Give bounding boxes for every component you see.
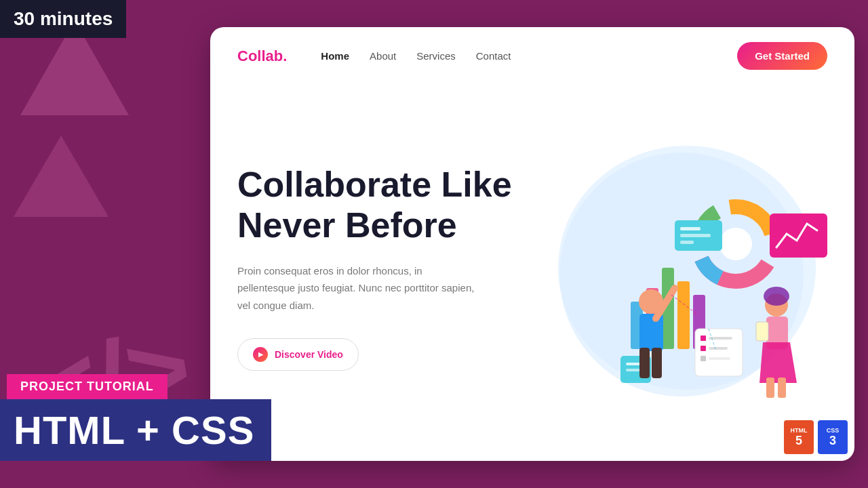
nav-about[interactable]: About xyxy=(370,50,396,62)
nav-services[interactable]: Services xyxy=(416,50,456,62)
html5-badge: HTML 5 xyxy=(784,420,814,454)
svg-rect-4 xyxy=(677,281,690,349)
hero-section: Collaborate Like Never Before Proin cons… xyxy=(210,85,854,461)
css-label: CSS xyxy=(827,427,840,434)
svg-rect-19 xyxy=(701,346,706,351)
timer-text: 30 minutes xyxy=(14,8,113,29)
tech-badges: HTML 5 CSS 3 xyxy=(784,420,848,454)
svg-rect-20 xyxy=(709,347,728,350)
svg-rect-37 xyxy=(778,378,786,398)
timer-badge: 30 minutes xyxy=(0,0,126,38)
css3-badge: CSS 3 xyxy=(818,420,848,454)
svg-rect-17 xyxy=(701,336,706,341)
project-tutorial-label: PROJECT TUTORIAL xyxy=(7,374,167,399)
nav-links: Home About Services Contact xyxy=(321,50,717,62)
logo-text: Collab. xyxy=(237,47,287,64)
hero-title: Collaborate Like Never Before xyxy=(237,165,519,246)
svg-rect-13 xyxy=(680,227,701,230)
hero-title-line2: Never Before xyxy=(237,205,457,245)
logo[interactable]: Collab. xyxy=(237,47,287,65)
css-version: 3 xyxy=(829,434,836,448)
svg-rect-29 xyxy=(639,348,650,378)
nav-contact[interactable]: Contact xyxy=(476,50,511,62)
svg-rect-36 xyxy=(766,378,774,398)
hero-title-line1: Collaborate Like xyxy=(237,165,512,204)
get-started-button[interactable]: Get Started xyxy=(737,42,827,70)
svg-rect-11 xyxy=(770,214,827,258)
html-css-label: HTML + CSS xyxy=(0,399,271,461)
nav-home[interactable]: Home xyxy=(321,50,349,62)
discover-button[interactable]: ▶ Discover Video xyxy=(237,338,359,371)
hero-content: Collaborate Like Never Before Proin cons… xyxy=(237,165,546,371)
play-icon: ▶ xyxy=(253,347,268,362)
html-version: 5 xyxy=(795,434,802,448)
hero-description: Proin consequat eros in dolor rhoncus, i… xyxy=(237,262,481,314)
html-label: HTML xyxy=(791,427,808,434)
hero-svg xyxy=(526,132,837,417)
svg-rect-21 xyxy=(701,356,706,361)
svg-rect-27 xyxy=(639,314,663,351)
hero-illustration xyxy=(546,146,827,390)
navbar: Collab. Home About Services Contact Get … xyxy=(210,27,854,85)
svg-rect-22 xyxy=(709,357,730,360)
svg-rect-35 xyxy=(756,322,768,341)
svg-rect-15 xyxy=(680,241,694,244)
svg-rect-24 xyxy=(626,363,641,365)
overlay-banner: PROJECT TUTORIAL HTML + CSS xyxy=(0,374,271,461)
svg-rect-30 xyxy=(652,348,662,378)
discover-label: Discover Video xyxy=(275,349,343,360)
svg-point-32 xyxy=(764,287,789,306)
svg-rect-14 xyxy=(680,234,711,237)
svg-marker-34 xyxy=(760,342,797,383)
main-card: Collab. Home About Services Contact Get … xyxy=(210,27,854,461)
triangle-decoration-2 xyxy=(14,136,108,217)
svg-point-10 xyxy=(719,228,752,260)
